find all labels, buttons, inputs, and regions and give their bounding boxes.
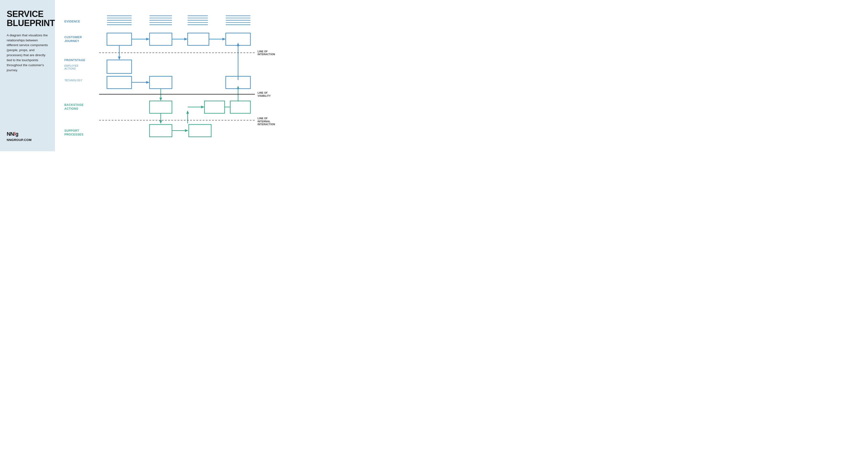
backstage-to-support-arrowhead: [159, 120, 162, 124]
blueprint-svg: EVIDENCE: [62, 5, 280, 147]
line-internal-label-1: LINE OF: [257, 117, 268, 120]
backstage-box-2: [205, 101, 225, 114]
support-processes-label-2: PROCESSES: [64, 133, 83, 136]
left-top: SERVICE BLUEPRINT A diagram that visuali…: [7, 9, 48, 73]
journey-arrowhead-1: [146, 38, 150, 40]
support-box-1: [150, 124, 172, 137]
backstage-box-3: [230, 101, 250, 114]
tech-box-2: [150, 76, 172, 89]
journey-arrowhead-3: [222, 38, 226, 40]
backstage-actions-label-1: BACKSTAGE: [64, 103, 84, 107]
support-processes-label-1: SUPPORT: [64, 129, 79, 132]
title: SERVICE BLUEPRINT: [7, 9, 48, 28]
support-up-arrowhead: [186, 111, 189, 114]
tech-to-backstage-arrowhead: [159, 97, 162, 101]
backstage-actions-label-2: ACTIONS: [64, 107, 78, 111]
customer-journey-label-2: JOURNEY: [64, 39, 79, 43]
technology-label: TECHNOLOGY: [64, 79, 83, 82]
backstage-arrowhead-1: [201, 105, 205, 108]
employee-actions-label-2: ACTIONS: [64, 67, 76, 70]
employee-actions-label-1: EMPLOYEE: [64, 64, 79, 67]
journey-down-arrowhead: [118, 57, 121, 60]
logo-g: g: [15, 131, 19, 137]
evidence-lines-2: [150, 16, 172, 25]
support-arrowhead-1: [185, 129, 188, 132]
line-visibility-label-1: LINE OF: [257, 92, 268, 94]
diagram-area: EVIDENCE: [55, 0, 289, 151]
employee-actions-box: [107, 60, 132, 73]
evidence-label: EVIDENCE: [64, 20, 80, 23]
evidence-lines-1: [107, 16, 132, 25]
tech-arrowhead-1: [146, 81, 150, 84]
journey-box-2: [150, 33, 172, 46]
left-panel: SERVICE BLUEPRINT A diagram that visuali…: [0, 0, 55, 151]
line-interaction-label-1: LINE OF: [257, 50, 268, 53]
frontstage-label: FRONTSTAGE: [64, 59, 85, 62]
line-visibility-label-2: VISIBILITY: [257, 95, 271, 97]
logo-nn: NN: [7, 131, 14, 137]
evidence-lines-4: [226, 16, 250, 25]
journey-box-3: [188, 33, 209, 46]
description: A diagram that visualizes the relationsh…: [7, 33, 48, 73]
line-internal-label-2: INTERNAL: [257, 120, 271, 123]
support-box-2: [189, 124, 211, 137]
line-interaction-label-2: INTERACTION: [257, 53, 275, 56]
evidence-lines-3: [188, 16, 208, 25]
journey-arrowhead-2: [184, 38, 188, 40]
logo-url: NNGROUP.COM: [7, 138, 48, 142]
line-internal-label-3: INTERACTION: [257, 123, 275, 126]
nng-logo: NN/g: [7, 131, 48, 137]
backstage-box-1: [150, 101, 172, 114]
journey-box-1: [107, 33, 132, 46]
customer-journey-label-1: CUSTOMER: [64, 36, 82, 39]
left-bottom: NN/g NNGROUP.COM: [7, 131, 48, 142]
tech-up-arrowhead: [237, 43, 239, 46]
tech-box-1: [107, 76, 132, 89]
